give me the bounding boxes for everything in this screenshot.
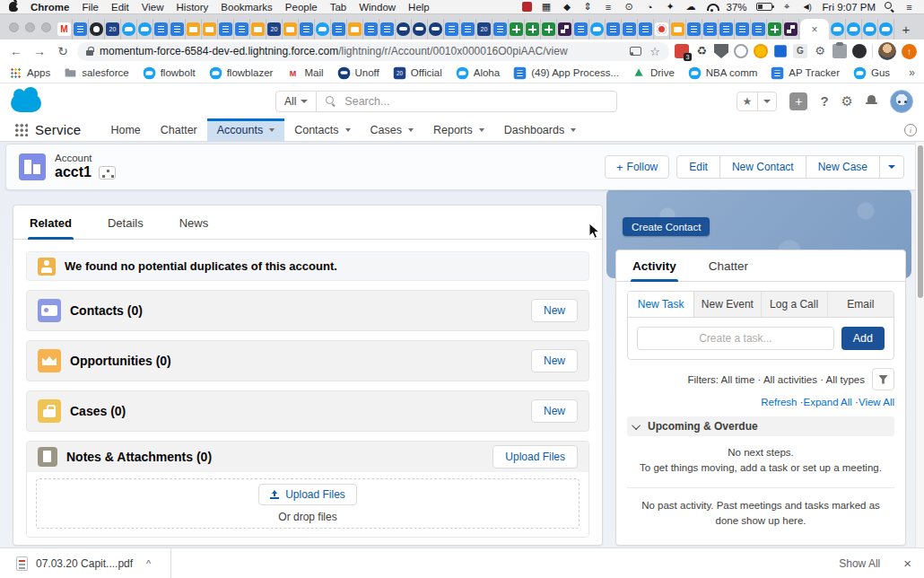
extension-icon[interactable] bbox=[774, 45, 787, 57]
browser-tab[interactable] bbox=[783, 19, 799, 39]
apple-icon[interactable] bbox=[9, 2, 18, 12]
browser-tab[interactable] bbox=[541, 19, 557, 39]
url-text[interactable]: momentum-force-6584-dev-ed.lightning.for… bbox=[100, 45, 568, 57]
scrollbar-thumb[interactable] bbox=[918, 145, 923, 298]
battery-icon[interactable] bbox=[756, 3, 772, 11]
extension-icon[interactable] bbox=[734, 44, 748, 58]
extension-icon[interactable] bbox=[793, 44, 807, 58]
browser-tab[interactable] bbox=[315, 19, 331, 39]
create-contact-button[interactable]: Create Contact bbox=[623, 217, 710, 236]
browser-tab[interactable] bbox=[57, 19, 73, 39]
browser-tab[interactable] bbox=[525, 19, 541, 39]
cast-icon[interactable] bbox=[630, 47, 641, 56]
browser-tab[interactable] bbox=[412, 19, 428, 39]
menubar-item[interactable]: Help bbox=[408, 2, 430, 13]
user-avatar[interactable] bbox=[890, 90, 913, 113]
bookmark-item[interactable]: NBA comm bbox=[688, 66, 758, 80]
browser-tab[interactable] bbox=[363, 19, 379, 39]
salesforce-logo[interactable] bbox=[11, 94, 41, 112]
reload-button[interactable]: ↻ bbox=[54, 44, 72, 58]
menubar-item[interactable]: View bbox=[142, 2, 164, 13]
browser-tab[interactable] bbox=[153, 19, 170, 39]
record-action-button[interactable]: New Case bbox=[806, 156, 880, 178]
upcoming-overdue-section[interactable]: Upcoming & Overdue bbox=[627, 416, 894, 436]
record-action-button[interactable]: Edit bbox=[677, 156, 720, 178]
record-tab[interactable]: Details bbox=[106, 207, 145, 239]
notifications-bell-icon[interactable] bbox=[866, 95, 877, 107]
related-list-new-button[interactable]: New bbox=[531, 399, 578, 423]
bookmark-item[interactable]: Official bbox=[393, 66, 442, 80]
extension-icon[interactable] bbox=[694, 44, 709, 58]
record-action-button[interactable]: New Contact bbox=[720, 156, 806, 178]
menubar-item[interactable]: Window bbox=[359, 2, 396, 13]
bookmark-item[interactable]: Aloha bbox=[456, 66, 500, 80]
browser-tab[interactable] bbox=[170, 19, 186, 39]
cloud-sync-icon[interactable] bbox=[685, 1, 697, 13]
profile-avatar[interactable] bbox=[878, 42, 896, 60]
browser-tab[interactable] bbox=[266, 19, 283, 39]
activity-link[interactable]: Expand All bbox=[804, 397, 859, 407]
page-scrollbar[interactable] bbox=[915, 142, 924, 547]
grid-app-icon[interactable] bbox=[541, 1, 553, 13]
bookmark-item[interactable]: (49) App Process... bbox=[513, 66, 619, 80]
nav-tab[interactable]: Contacts bbox=[284, 118, 360, 141]
activity-link[interactable]: View All bbox=[859, 397, 894, 407]
zoom-window-button[interactable] bbox=[41, 22, 51, 32]
bookmark-item[interactable]: flowblazer bbox=[209, 66, 274, 80]
file-dropzone[interactable]: Upload Files Or drop files bbox=[36, 478, 580, 529]
nav-tab[interactable]: Cases bbox=[361, 118, 423, 141]
browser-tab[interactable] bbox=[137, 19, 153, 39]
browser-tab[interactable] bbox=[846, 19, 862, 39]
browser-tab[interactable] bbox=[751, 19, 767, 39]
keychain-icon[interactable] bbox=[665, 1, 676, 13]
extension-icon[interactable] bbox=[852, 44, 867, 58]
related-list-title[interactable]: Contacts (0) bbox=[70, 303, 143, 318]
nav-tab[interactable]: Reports bbox=[423, 118, 494, 141]
composer-tab[interactable]: New Event bbox=[694, 292, 761, 317]
browser-tab[interactable] bbox=[476, 19, 493, 39]
menubar-clock[interactable]: Fri 9:07 PM bbox=[823, 2, 876, 13]
browser-tab[interactable] bbox=[218, 19, 234, 39]
wifi-icon[interactable] bbox=[706, 3, 718, 12]
browser-tab[interactable] bbox=[347, 19, 363, 39]
new-tab-button[interactable]: + bbox=[894, 19, 918, 39]
browser-tab[interactable] bbox=[878, 19, 894, 39]
sf-global-search[interactable]: All bbox=[275, 91, 617, 112]
activity-tab[interactable]: Chatter bbox=[707, 251, 750, 281]
favorites-chevron[interactable] bbox=[757, 92, 776, 110]
activity-tab[interactable]: Activity bbox=[631, 251, 678, 281]
bookmark-item[interactable]: AP Tracker bbox=[771, 66, 840, 80]
browser-tab[interactable] bbox=[830, 19, 846, 39]
menubar-item[interactable]: Tab bbox=[330, 2, 347, 13]
bookmark-item[interactable]: salesforce bbox=[64, 66, 128, 80]
browser-tab[interactable] bbox=[767, 19, 783, 39]
bookmark-item[interactable]: Mail bbox=[286, 66, 323, 80]
add-task-button[interactable]: Add bbox=[841, 327, 885, 350]
nav-tab[interactable]: Chatter bbox=[151, 118, 207, 141]
menubar-item[interactable]: Bookmarks bbox=[221, 2, 273, 13]
info-icon[interactable] bbox=[904, 124, 917, 136]
favorites-button[interactable]: ★ bbox=[737, 92, 778, 111]
search-scope-dropdown[interactable]: All bbox=[276, 92, 317, 111]
filter-button[interactable] bbox=[872, 368, 894, 390]
browser-tab[interactable] bbox=[331, 19, 347, 39]
browser-tab[interactable] bbox=[606, 19, 622, 39]
composer-tab[interactable]: Email bbox=[828, 292, 893, 317]
bookmark-item[interactable]: Gus bbox=[853, 66, 890, 80]
nav-tab[interactable]: Home bbox=[100, 118, 150, 141]
composer-tab[interactable]: Log a Call bbox=[762, 292, 828, 317]
record-tab[interactable]: Related bbox=[28, 207, 74, 239]
browser-tab[interactable] bbox=[73, 19, 89, 39]
related-list-new-button[interactable]: New bbox=[531, 299, 578, 322]
menubar-item[interactable]: History bbox=[177, 2, 209, 13]
bookmarks-overflow-chevron[interactable]: » bbox=[909, 66, 915, 79]
browser-tab-active[interactable]: × bbox=[800, 19, 829, 39]
notes-title[interactable]: Notes & Attachments (0) bbox=[66, 450, 212, 464]
upload-files-button[interactable]: Upload Files bbox=[493, 445, 578, 469]
browser-tab[interactable] bbox=[444, 19, 460, 39]
address-bar[interactable]: momentum-force-6584-dev-ed.lightning.for… bbox=[77, 42, 669, 61]
browser-tab[interactable] bbox=[654, 19, 670, 39]
search-input[interactable] bbox=[343, 94, 616, 109]
lock-icon[interactable] bbox=[86, 47, 93, 56]
browser-tab[interactable] bbox=[493, 19, 509, 39]
